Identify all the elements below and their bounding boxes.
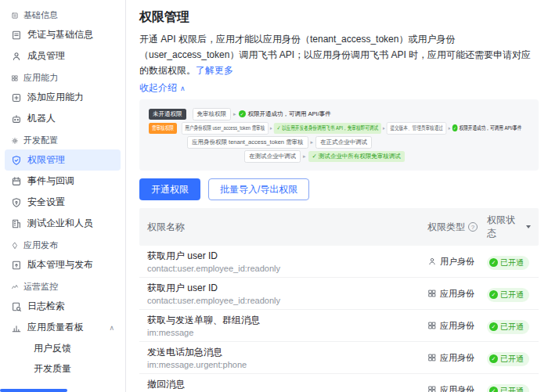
check-circle-icon: ✓ [489,290,498,299]
arrow-right-icon: ▸ [233,111,236,117]
check-circle-icon: ✓ [489,322,498,331]
flow-tag: 在测试企业中调试 [244,150,301,163]
app-identity-icon [427,385,437,392]
sidebar-nav: 基础信息凭证与基础信息成员管理应用能力添加应用能力机器人开发配置权限管理事件与回… [0,4,125,379]
sidebar-section-header: 应用发布 [0,234,125,254]
user-identity-icon [427,257,437,266]
monitor-section-icon [11,283,19,291]
sidebar-item-label: 成员管理 [27,49,65,63]
permission-type-cell: 应用身份 [427,320,487,332]
flow-tag: 免审核权限 [193,108,232,120]
arrow-right-icon: ▸ [311,139,314,146]
flow-row: 未开通权限免审核权限▸✓权限开通成功，可调用 API/事件 [149,108,529,120]
sidebar-section-label: 应用能力 [23,72,58,84]
sidebar-item[interactable]: 版本管理与发布 [5,254,121,275]
sidebar-item[interactable]: 日志检索 [5,296,121,317]
sidebar-item[interactable]: 测试企业和人员 [5,213,121,234]
members-icon [11,51,22,62]
permission-name-cell: 获取用户 user ID contact:user.employee_id:re… [147,282,427,305]
learn-more-link[interactable]: 了解更多 [196,65,233,76]
flow-tag: 需审核权限 [149,123,177,134]
permission-row[interactable]: 获取用户 user ID contact:user.employee_id:re… [139,278,539,310]
permission-type-label: 应用身份 [440,288,474,300]
flow-row: 在测试企业中调试▸✓测试企业中所有权限免审核调试 [149,150,529,162]
sidebar-item[interactable]: 添加应用能力 [5,87,121,108]
batch-import-export-button[interactable]: 批量导入/导出权限 [208,178,309,200]
event-callback-icon [11,176,22,187]
sidebar-item[interactable]: 安全设置 [5,192,121,213]
flow-tag: ✓权限开通成功，可调用 API/事件 [239,110,331,118]
status-badge: ✓已开通 [487,288,529,302]
column-permission-name: 权限名称 [147,221,427,234]
sidebar-subitem[interactable]: 开发质量 [0,358,125,379]
credential-icon [11,30,22,41]
permission-status-cell: ✓已开通 [487,382,531,392]
column-permission-status-label: 权限状态 [487,214,523,240]
status-badge: ✓已开通 [487,384,529,392]
sidebar-subitem[interactable]: 用户反馈 [0,338,125,358]
permission-row[interactable]: 获取用户 user ID contact:user.employee_id:re… [139,246,539,278]
permission-code: im:message.urgent:phone [147,360,427,369]
chevron-up-icon: ∧ [109,324,114,332]
toolbar: 开通权限 批量导入/导出权限 [139,178,539,200]
intro-paragraph: 开通 API 权限后，应用才能以应用身份（tenant_access_token… [139,32,539,78]
flow-tag: 用户身份权限 user_access_token 需审核 [182,122,269,135]
permission-type-cell: 应用身份 [427,352,487,364]
arrow-right-icon: ▸ [449,125,451,131]
permission-row[interactable]: 发送电话加急消息 im:message.urgent:phone 应用身份 ✓已… [139,342,539,374]
add-capability-icon [11,92,22,103]
devconfig-section-icon [11,137,19,145]
sidebar-section-label: 开发配置 [23,135,58,146]
sidebar-item[interactable]: 机器人 [5,108,121,129]
sidebar-section-header: 运营监控 [0,275,125,296]
sidebar-item[interactable]: 凭证与基础信息 [5,24,121,45]
check-icon: ✓ [277,124,281,131]
info-section-icon [11,12,19,20]
sidebar-item[interactable]: 应用质量看板∧ [5,317,121,338]
column-permission-type-label: 权限类型 [427,221,465,234]
permission-type-cell: 用户身份 [427,256,487,268]
permission-name-cell: 发送电话加急消息 im:message.urgent:phone [147,346,427,369]
sidebar-item-label: 事件与回调 [27,174,74,188]
flow-tag: 在正式企业中调试 [315,136,372,149]
sidebar-section-header: 应用能力 [0,67,125,87]
permission-row[interactable]: 获取与发送单聊、群组消息 im:message 应用身份 ✓已开通 [139,310,539,342]
permission-type-label: 用户身份 [440,256,474,268]
collapse-intro-link[interactable]: 收起介绍 ∧ [139,81,186,95]
check-circle-icon: ✓ [489,354,498,363]
flow-tag: ✓以应用开发者身份调用飞书 API，免审核即可调试 [274,123,381,134]
chevron-down-icon [526,225,531,228]
permission-name: 获取用户 user ID [147,250,427,263]
help-icon[interactable]: ? [468,222,478,232]
flow-tag: 未开通权限 [149,109,186,120]
permission-code: contact:user.employee_id:readonly [147,264,427,273]
horizontal-scrollbar-thumb[interactable] [0,389,67,392]
check-circle-icon: ✓ [489,258,498,267]
table-body: 获取用户 user ID contact:user.employee_id:re… [139,246,539,392]
status-badge: ✓已开通 [487,256,529,270]
sidebar-item-label: 机器人 [27,112,56,125]
robot-icon [11,113,22,124]
permission-status-cell: ✓已开通 [487,254,531,270]
permission-type-label: 应用身份 [440,320,474,332]
arrow-right-icon: ▸ [303,153,306,160]
column-permission-status[interactable]: 权限状态 [487,214,531,240]
sidebar-item[interactable]: 事件与回调 [5,171,121,192]
permission-status-cell: ✓已开通 [487,286,531,302]
sidebar-section-label: 应用发布 [23,239,58,251]
sidebar-item[interactable]: 成员管理 [5,45,121,67]
permission-type-label: 应用身份 [440,384,474,392]
permission-type-cell: 应用身份 [427,288,487,300]
sidebar-item-label: 安全设置 [27,196,65,209]
sidebar-item-label: 应用质量看板 [27,321,84,334]
app-identity-icon [427,321,437,330]
permission-name: 撤回消息 [147,378,427,391]
sidebar: 基础信息凭证与基础信息成员管理应用能力添加应用能力机器人开发配置权限管理事件与回… [0,0,126,392]
open-permission-button[interactable]: 开通权限 [139,178,200,200]
permission-row[interactable]: 撤回消息 im:message:recall 应用身份 ✓已开通 [139,374,539,392]
flow-tag: 应用身份权限 tenant_access_token 需审核 [187,136,308,149]
permission-code: im:message [147,328,427,337]
sidebar-section-header: 开发配置 [0,129,125,149]
sidebar-item[interactable]: 权限管理 [5,149,121,171]
log-search-icon [11,301,22,312]
